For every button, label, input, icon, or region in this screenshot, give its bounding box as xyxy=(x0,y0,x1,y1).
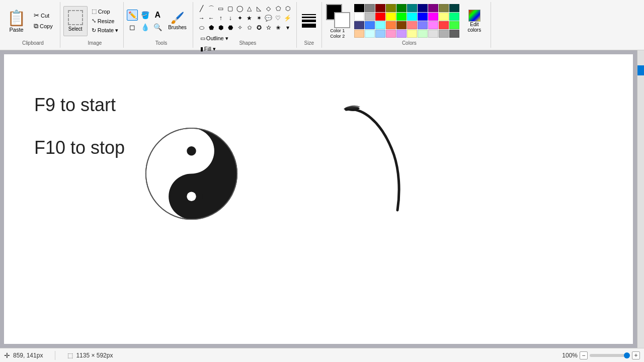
fill-bucket-button[interactable]: 🪣 xyxy=(139,10,150,21)
color-swatch-8[interactable] xyxy=(439,4,449,12)
color-swatch-11[interactable] xyxy=(365,13,375,21)
shape-more[interactable]: ▾ xyxy=(283,23,292,32)
color-swatch-38[interactable] xyxy=(439,30,449,38)
shape-s7[interactable]: ✪ xyxy=(255,23,264,32)
zoom-slider-thumb[interactable] xyxy=(624,352,630,358)
color-swatch-2[interactable] xyxy=(375,4,385,12)
scrollbar-thumb[interactable] xyxy=(637,65,644,75)
pencil-button[interactable]: ✏️ xyxy=(127,10,138,21)
size-line-4[interactable] xyxy=(302,24,316,28)
shape-pentagon[interactable]: ⬠ xyxy=(274,4,283,13)
color-swatch-5[interactable] xyxy=(407,4,417,12)
shape-hexagon[interactable]: ⬡ xyxy=(283,4,292,13)
shape-rect[interactable]: ▭ xyxy=(216,4,225,13)
edit-colors-button[interactable]: Edit colors xyxy=(461,10,488,33)
color-picker-button[interactable]: 💧 xyxy=(139,22,150,33)
shape-s3[interactable]: ⬢ xyxy=(216,23,225,32)
copy-button[interactable]: ⧉ Copy xyxy=(32,21,55,31)
fill-button[interactable]: ▮ Fill ▾ xyxy=(198,45,230,53)
color-swatch-15[interactable] xyxy=(407,13,417,21)
color-swatch-31[interactable] xyxy=(365,30,375,38)
shape-s2[interactable]: ⬟ xyxy=(207,23,216,32)
color-swatch-13[interactable] xyxy=(386,13,396,21)
rotate-button[interactable]: ↻ Rotate ▾ xyxy=(90,26,120,35)
color-swatch-7[interactable] xyxy=(428,4,438,12)
shape-s8[interactable]: ✫ xyxy=(264,23,273,32)
color-swatch-33[interactable] xyxy=(386,30,396,38)
select-button[interactable]: Select xyxy=(63,6,88,36)
shape-arrow-u[interactable]: ↑ xyxy=(216,14,225,23)
shape-callout[interactable]: 💬 xyxy=(264,14,273,23)
color-swatch-28[interactable] xyxy=(439,21,449,29)
color-swatch-17[interactable] xyxy=(428,13,438,21)
cut-button[interactable]: ✂ Cut xyxy=(32,11,55,20)
size-line-1[interactable] xyxy=(302,14,316,15)
color-swatch-30[interactable] xyxy=(354,30,364,38)
crop-button[interactable]: ⬚ Crop xyxy=(90,7,120,16)
zoom-slider[interactable] xyxy=(590,354,630,357)
shape-s6[interactable]: ✩ xyxy=(245,23,254,32)
color-swatch-25[interactable] xyxy=(407,21,417,29)
shape-s4[interactable]: ⬣ xyxy=(226,23,235,32)
color-swatch-19[interactable] xyxy=(449,13,459,21)
color-swatch-3[interactable] xyxy=(386,4,396,12)
shape-6star[interactable]: ✶ xyxy=(255,14,264,23)
shape-5star[interactable]: ★ xyxy=(245,14,254,23)
color-swatch-16[interactable] xyxy=(418,13,428,21)
color-swatch-18[interactable] xyxy=(439,13,449,21)
color-swatch-10[interactable] xyxy=(354,13,364,21)
color-swatch-24[interactable] xyxy=(396,21,407,29)
shape-right-triangle[interactable]: ◺ xyxy=(255,4,264,13)
zoom-out-button[interactable]: − xyxy=(580,351,588,359)
magnifier-button[interactable]: 🔍 xyxy=(152,22,163,33)
color-swatch-26[interactable] xyxy=(418,21,428,29)
color-swatch-27[interactable] xyxy=(428,21,438,29)
color-swatch-35[interactable] xyxy=(407,30,417,38)
paste-label: Paste xyxy=(9,27,23,33)
toolbar: 📋 Paste ✂ Cut ⧉ Copy Clipboard Select ⬚ … xyxy=(0,0,644,50)
shape-lightning[interactable]: ⚡ xyxy=(283,14,292,23)
color-swatch-29[interactable] xyxy=(449,21,459,29)
paste-button[interactable]: 📋 Paste xyxy=(3,3,30,39)
color-swatch-36[interactable] xyxy=(418,30,428,38)
shape-diamond[interactable]: ◇ xyxy=(264,4,273,13)
shape-s1[interactable]: ⬭ xyxy=(197,23,206,32)
shape-s5[interactable]: ✧ xyxy=(235,23,245,32)
text-button[interactable]: A xyxy=(152,10,163,21)
shape-s9[interactable]: ✬ xyxy=(274,23,283,32)
canvas-container[interactable]: F9 to start F10 to stop xyxy=(4,54,633,344)
shape-arrow-d[interactable]: ↓ xyxy=(226,14,235,23)
color-swatch-21[interactable] xyxy=(365,21,375,29)
color-swatch-9[interactable] xyxy=(449,4,459,12)
shape-4star[interactable]: ✦ xyxy=(235,14,245,23)
color-swatch-12[interactable] xyxy=(375,13,385,21)
color-swatch-23[interactable] xyxy=(386,21,396,29)
color-swatch-37[interactable] xyxy=(428,30,438,38)
color-swatch-4[interactable] xyxy=(396,4,407,12)
vertical-scrollbar[interactable] xyxy=(637,50,644,348)
size-line-3[interactable] xyxy=(302,20,316,22)
shape-ellipse[interactable]: ◯ xyxy=(235,4,245,13)
shape-rect-rounded[interactable]: ▢ xyxy=(226,4,235,13)
shape-triangle[interactable]: △ xyxy=(245,4,254,13)
color-swatch-0[interactable] xyxy=(354,4,364,12)
shape-arrow-l[interactable]: ← xyxy=(207,14,216,23)
color-swatch-14[interactable] xyxy=(396,13,407,21)
shape-heart[interactable]: ♡ xyxy=(274,14,283,23)
brushes-button[interactable]: 🖌️ Brushes xyxy=(165,6,190,36)
shape-curve1[interactable]: ⌒ xyxy=(207,4,216,13)
zoom-in-button[interactable]: + xyxy=(632,351,640,359)
color2-button[interactable] xyxy=(334,12,350,28)
color-swatch-39[interactable] xyxy=(449,30,459,38)
resize-button[interactable]: ⤡ Resize xyxy=(90,17,120,25)
shape-diagonal[interactable]: ╱ xyxy=(197,4,206,13)
color-swatch-34[interactable] xyxy=(396,30,407,38)
color-swatch-20[interactable] xyxy=(354,21,364,29)
eraser-button[interactable]: ◻ xyxy=(127,22,138,33)
size-line-2[interactable] xyxy=(302,17,316,18)
color-swatch-1[interactable] xyxy=(365,4,375,12)
shape-arrow-r[interactable]: → xyxy=(197,14,206,23)
color-swatch-32[interactable] xyxy=(375,30,385,38)
color-swatch-22[interactable] xyxy=(375,21,385,29)
color-swatch-6[interactable] xyxy=(418,4,428,12)
